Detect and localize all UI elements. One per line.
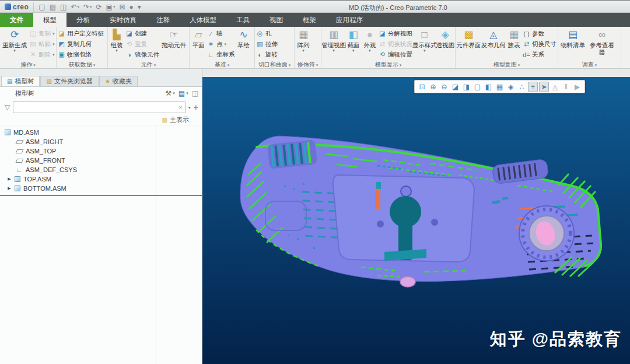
group-label-investigate[interactable]: 调查▾ (558, 61, 621, 68)
tab-tools[interactable]: 工具 (226, 13, 260, 27)
group-label-datum[interactable]: 基准▾ (190, 61, 254, 68)
window-switch-icon[interactable]: ▣▾ (106, 3, 116, 11)
creo-logo[interactable]: creo (4, 2, 34, 12)
copy-geometry-button[interactable]: ◩复制几何 (58, 39, 104, 49)
shrinkwrap-button[interactable]: ▣收缩包络 (58, 50, 104, 60)
save-icon[interactable]: ◫ (60, 3, 66, 11)
undo-icon[interactable]: ↶▾ (71, 3, 79, 11)
regenerate-quick-icon[interactable]: ⟳ (96, 3, 102, 11)
group-label-model-display[interactable]: 模型显示▾ (321, 61, 455, 68)
axis-button[interactable]: ∕轴 (207, 29, 235, 38)
bom-button[interactable]: ▤ 物料清单 (559, 27, 586, 61)
delete-button[interactable]: ✕删除▾ (29, 50, 55, 60)
copy-button[interactable]: ◫复制▾ (29, 29, 55, 38)
manage-views-button[interactable]: ▥ 管理视图 ▾ (323, 27, 345, 61)
insert-here-indicator[interactable] (0, 195, 202, 196)
create-component-button[interactable]: ◪创建 (125, 29, 159, 38)
close-window-icon[interactable]: ⊠ (119, 3, 125, 11)
tab-live-simulation[interactable]: 实时仿真 (100, 13, 146, 27)
tree-settings-button[interactable]: ◫ (192, 89, 198, 97)
udf-button[interactable]: ◪用户定义特征 (58, 29, 104, 38)
section-button[interactable]: ◧ 截面 ▾ (346, 27, 361, 61)
point-button[interactable]: ∗点▾ (207, 39, 235, 49)
customize-toolbar-icon[interactable]: ▾ (138, 3, 141, 11)
repeat-button[interactable]: ⟲重复 (125, 39, 159, 49)
expand-arrow-icon[interactable]: ▶ (7, 177, 12, 181)
tree-columns-button[interactable]: ▤▾ (178, 89, 188, 97)
tab-manikin[interactable]: 人体模型 (180, 13, 226, 27)
tree-item-plane[interactable]: ASM_RIGHT (0, 137, 202, 146)
drag-component-button[interactable]: ☞ 拖动元件 (160, 27, 187, 61)
tab-applications[interactable]: 应用程序 (326, 13, 373, 27)
tab-folder-browser[interactable]: ▨文件夹浏览器 (40, 76, 98, 86)
perspective-button[interactable]: ◈ 透视图 (437, 27, 454, 61)
csys-button[interactable]: ∟坐标系 (207, 50, 235, 60)
tab-favorites[interactable]: ★收藏夹 (99, 76, 138, 86)
search-dropdown-icon[interactable]: ▾ (188, 105, 191, 110)
switch-dimensions-button[interactable]: ⇄切换尺寸 (523, 39, 556, 49)
ball-joint-nub (400, 276, 415, 287)
tab-framework[interactable]: 框架 (293, 13, 326, 27)
tree-item-plane[interactable]: ASM_TOP (0, 146, 202, 156)
extrude-button[interactable]: ▧拉伸 (256, 39, 278, 49)
tree-search-input[interactable] (16, 104, 178, 111)
screw-hole (431, 219, 438, 226)
tree-item-csys[interactable]: ∟ASM_DEF_CSYS (0, 165, 202, 174)
tab-analysis[interactable]: 分析 (66, 13, 100, 27)
clear-search-icon[interactable]: × (178, 104, 182, 111)
relations-button[interactable]: d=关系 (523, 50, 556, 60)
filter-funnel-icon[interactable]: ▽ (5, 103, 10, 111)
reference-viewer-button[interactable]: ∞ 参考查看器 (587, 27, 617, 61)
sketch-button[interactable]: ∿ 草绘 (236, 27, 251, 61)
watermark: 知乎 @品索教育 (490, 328, 622, 351)
tree-filters-button[interactable]: ⚒▾ (166, 89, 175, 97)
new-file-icon[interactable]: ▢ (38, 3, 45, 11)
switch-state-button[interactable]: ⇄切换状况 (379, 39, 412, 49)
tree-item-plane[interactable]: ASM_FRONT (0, 156, 202, 165)
regenerate-button[interactable]: ⟳ 重新生成 ▾ (1, 27, 28, 61)
family-table-icon: ▦ (509, 29, 519, 41)
hole-button[interactable]: ◎孔 (256, 29, 278, 38)
group-label-model-intent[interactable]: 模型意图▾ (456, 61, 558, 68)
expand-arrow-icon[interactable]: ▶ (7, 186, 12, 191)
tab-model[interactable]: 模型 (33, 13, 66, 27)
assemble-button[interactable]: ▙ 组装 ▾ (109, 27, 124, 61)
tree-item-subassembly[interactable]: ▶BOTTOM.ASM (0, 184, 202, 193)
appearance-button[interactable]: ● 外观 ▾ (362, 27, 377, 61)
plane-icon: ▱ (194, 29, 202, 41)
exploded-view-button[interactable]: ◪分解视图 (379, 29, 412, 38)
display-style-button[interactable]: □ 显示样式 ▾ (414, 27, 436, 61)
appearance-icon: ● (367, 29, 373, 41)
model-3d[interactable] (202, 77, 630, 364)
ribbon-group-datum: ▱ 平面 ∕轴 ∗点▾ ∟坐标系 ∿ 草绘 基准▾ (190, 27, 255, 68)
parameters-button[interactable]: ( )参数 (523, 29, 556, 38)
paste-button[interactable]: ▤粘贴▾ (29, 39, 55, 49)
publish-geometry-button[interactable]: ◬ 发布几何 (482, 27, 506, 61)
pattern-button[interactable]: ▦ 阵列 ▾ (296, 27, 311, 61)
group-label-operations[interactable]: 操作▾ (0, 61, 56, 68)
mirror-component-button[interactable]: ◑镜像元件 (125, 50, 159, 60)
tab-view[interactable]: 视图 (260, 13, 293, 27)
component-interface-button[interactable]: ▩ 元件界面 (457, 27, 481, 61)
add-filter-icon[interactable]: + (194, 103, 198, 112)
tree-item-root[interactable]: MD.ASM (0, 128, 202, 137)
redo-icon[interactable]: ↷▾ (83, 3, 92, 11)
revolve-button[interactable]: ◐旋转 (256, 50, 278, 60)
representation-row: ▥ 主表示 (0, 115, 202, 125)
creo-window: creo ▢ ▨ ◫ ↶▾ ↷▾ ⟳ ▣▾ ⊠ ● ▾ MD (活动的) - C… (0, 0, 630, 364)
group-label-cut-surface[interactable]: 切口和曲面▾ (255, 61, 294, 68)
edit-position-button[interactable]: ⟲编辑位置 (379, 50, 412, 60)
tab-file[interactable]: 文件 (0, 13, 33, 27)
tab-annotate[interactable]: 注释 (146, 13, 180, 27)
open-file-icon[interactable]: ▨ (50, 3, 56, 11)
parameters-icon: ( ) (523, 30, 530, 37)
tree-item-subassembly[interactable]: ▶TOP.ASM (0, 174, 202, 184)
group-label-component[interactable]: 元件▾ (108, 61, 189, 68)
plane-button[interactable]: ▱ 平面 (191, 27, 206, 61)
tab-model-tree[interactable]: ▤模型树 (1, 76, 40, 86)
group-label-get-data[interactable]: 获取数据▾ (57, 61, 107, 68)
graphics-viewport[interactable]: ⊡ ⊕ ⊖ ◪ ◨ ▢ ◧ ▦ ◈ ∴ + ➤ ◬ ‖ ▶ (202, 77, 630, 364)
window-title: MD (活动的) - Creo Parametric 7.0 (349, 4, 447, 12)
group-label-modifiers[interactable]: 修饰符▾ (295, 61, 321, 68)
family-table-button[interactable]: ▦ 族表 (506, 27, 522, 61)
